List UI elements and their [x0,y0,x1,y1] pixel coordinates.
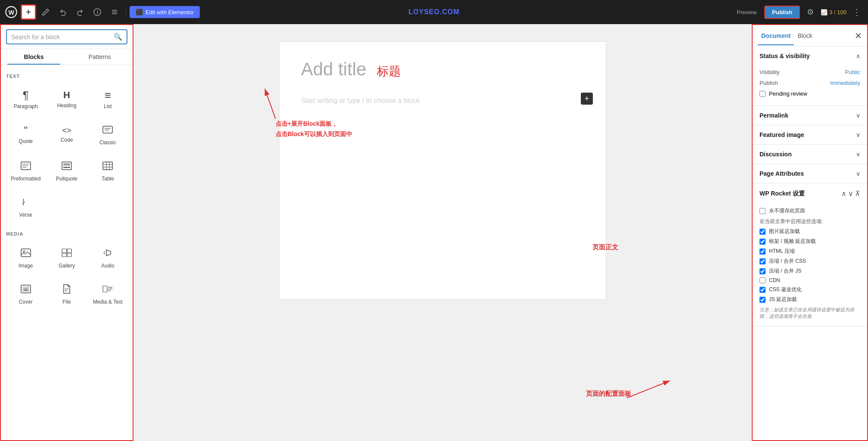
blocks-panel: 🔍 Blocks Patterns TEXT ¶ Paragraph H Hea… [0,24,133,441]
content-placeholder[interactable]: Start writing or type / to choose a bloc… [301,97,420,104]
block-table[interactable]: Table [88,154,127,188]
visibility-value[interactable]: Public [845,69,860,75]
option-0-label: 图片延迟加载 [769,228,800,235]
block-audio[interactable]: Audio [88,241,127,275]
option-2-checkbox[interactable] [760,248,766,255]
wp-rocket-controls: ∧ ∨ ⊼ [841,189,860,198]
block-media-text[interactable]: Media & Text [88,277,127,311]
cover-icon [20,283,31,296]
audio-label: Audio [101,263,115,269]
option-2: HTML 压缩 [760,248,860,255]
pending-review-row: Pending review [760,90,860,97]
score-icon: 📈 [821,9,828,16]
file-label: File [62,299,71,305]
svg-text:i: i [97,10,98,15]
block-heading[interactable]: H Heading [47,83,86,116]
option-7-checkbox[interactable] [760,297,766,303]
status-section: Status & visibility ∧ Visibility Public … [753,47,867,106]
add-block-inline-button[interactable]: + [581,93,593,105]
wp-rocket-collapse-btn[interactable]: ∧ [841,189,846,198]
publish-value[interactable]: Immediately [830,80,860,86]
table-icon [102,160,113,173]
redo-icon[interactable] [72,4,88,20]
permalink-section-header[interactable]: Permalink ∨ [753,106,867,125]
image-label: Image [19,263,33,269]
block-cover[interactable]: Cover [6,277,45,311]
option-6-label: CSS 递送优化 [769,286,802,293]
discussion-section-header[interactable]: Discussion ∨ [753,145,867,164]
search-input[interactable] [11,34,114,40]
heading-label: Heading [57,102,77,109]
publish-label: Publish [760,80,778,86]
svg-rect-35 [103,286,107,292]
discussion-section: Discussion ∨ [753,145,867,164]
site-title: LOYSEO.COM [409,8,459,16]
code-label: Code [61,137,73,143]
option-4-checkbox[interactable] [760,268,766,274]
title-placeholder[interactable]: Add title [301,59,366,79]
page-attributes-chevron-icon: ∨ [856,170,860,177]
option-3-checkbox[interactable] [760,258,766,264]
option-0-checkbox[interactable] [760,229,766,235]
option-1: 框架 / 视频 延迟加载 [760,238,860,245]
block-image[interactable]: Image [6,241,45,275]
wp-rocket-scroll-btn[interactable]: ⊼ [855,189,860,198]
svg-text:W: W [9,9,15,16]
option-1-checkbox[interactable] [760,239,766,245]
svg-rect-23 [21,249,31,257]
pullquote-icon [61,160,72,173]
pending-review-checkbox[interactable] [760,91,766,97]
more-options-icon[interactable]: ⋮ [849,4,865,20]
right-panel: Document Block ✕ Status & visibility ∧ V… [752,24,868,441]
svg-rect-27 [62,253,67,257]
svg-rect-28 [67,253,71,257]
publish-button[interactable]: Publish [764,6,800,19]
page-attributes-header[interactable]: Page Attributes ∨ [753,164,867,183]
block-classic[interactable]: Classic [88,118,127,152]
preview-button[interactable]: Preview [732,6,762,18]
wp-rocket-expand-btn[interactable]: ∨ [848,189,853,198]
status-section-header[interactable]: Status & visibility ∧ [753,47,867,65]
config-arrow [623,372,674,407]
tab-blocks[interactable]: Blocks [1,49,67,65]
pencil-icon[interactable] [38,4,53,20]
settings-icon[interactable]: ⚙ [803,4,818,20]
pullquote-label: Pullquote [56,176,78,182]
option-3: 压缩 / 合并 CSS [760,258,860,265]
cover-label: Cover [19,299,33,305]
svg-rect-7 [103,126,112,133]
undo-icon[interactable] [55,4,71,20]
tab-block[interactable]: Block [794,26,815,45]
add-block-button[interactable]: + [21,4,36,20]
block-list[interactable]: ≡ List [88,83,127,116]
wp-logo[interactable]: W [3,4,19,20]
page-attributes-section: Page Attributes ∨ [753,164,867,183]
tab-document[interactable]: Document [758,26,794,45]
tab-patterns[interactable]: Patterns [67,49,133,65]
svg-rect-18 [103,162,112,170]
text-blocks-grid: ¶ Paragraph H Heading ≡ List " Quote [6,83,127,224]
permalink-section-title: Permalink [760,112,788,119]
block-pullquote[interactable]: Pullquote [47,154,86,188]
seo-score: 📈 3 / 100 [821,9,846,16]
featured-image-section-header[interactable]: Featured image ∨ [753,125,867,144]
option-5-label: CDN [769,277,780,283]
block-gallery[interactable]: Gallery [47,241,86,275]
block-paragraph[interactable]: ¶ Paragraph [6,83,45,116]
option-6-checkbox[interactable] [760,287,766,293]
elementor-button[interactable]: ⬛ Edit with Elementor [130,6,200,18]
heading-icon: H [63,90,70,100]
option-5-checkbox[interactable] [760,277,766,283]
list-view-icon[interactable] [107,4,122,20]
option-5: CDN [760,277,860,283]
no-cache-checkbox[interactable] [760,208,766,214]
block-file[interactable]: File [47,277,86,311]
block-preformatted[interactable]: Preformatted [6,154,45,188]
block-verse[interactable]: Verse [6,190,45,224]
block-quote[interactable]: " Quote [6,118,45,152]
option-3-label: 压缩 / 合并 CSS [769,258,806,265]
info-icon[interactable]: i [90,4,105,20]
option-4-label: 压缩 / 合并 JS [769,267,801,275]
close-panel-button[interactable]: ✕ [855,31,862,41]
block-code[interactable]: <> Code [47,118,86,152]
